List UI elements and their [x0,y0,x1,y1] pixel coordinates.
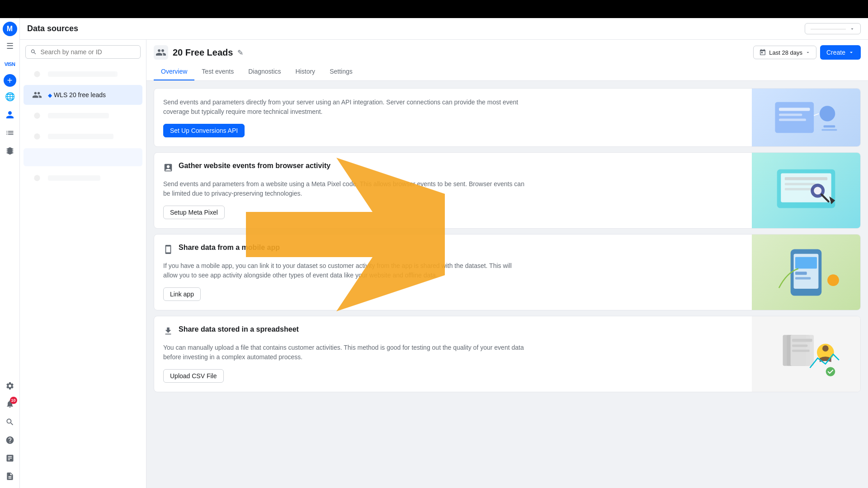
svg-rect-32 [792,349,810,352]
earth-icon[interactable]: 🌐 [2,89,18,105]
content-area: Send events and parameters directly from… [146,81,868,488]
top-bar [0,0,868,18]
mobile-card-icon [163,244,173,257]
svg-rect-15 [785,183,816,185]
spreadsheet-image [752,316,860,392]
svg-rect-23 [795,257,817,268]
mobile-desc: If you have a mobile app, you can link i… [163,261,525,280]
chart-icon[interactable] [2,125,18,141]
create-button[interactable]: Create [820,45,861,60]
svg-line-11 [814,113,819,115]
svg-rect-4 [775,102,814,133]
sidebar-item-ghost-1 [24,64,142,84]
svg-rect-31 [792,344,807,347]
icon-rail: M ☰ VISN + 🌐 10 [0,18,20,488]
search-icon [30,48,37,56]
svg-point-0 [34,71,40,77]
mobile-card-title: Share data from a mobile app [179,244,280,252]
tab-diagnostics[interactable]: Diagnostics [241,63,288,80]
svg-point-34 [822,345,829,352]
search-bottom-icon[interactable] [2,414,18,430]
header-right: —————— [805,23,861,34]
svg-point-18 [814,187,821,194]
calendar-icon [759,49,766,56]
svg-rect-24 [795,272,807,275]
api-image [752,89,860,146]
wls-label: ◆ WLS 20 free leads [48,91,106,99]
sidebar-active-placeholder [24,148,142,166]
analytics-icon[interactable] [2,450,18,466]
chevron-down-icon [849,26,855,32]
svg-point-2 [34,133,40,139]
dropdown-value: —————— [811,25,846,32]
sidebar: ◆ WLS 20 free leads [20,40,146,488]
api-card: Send events and parameters directly from… [154,88,861,147]
svg-point-26 [827,274,839,286]
tab-test-events[interactable]: Test events [194,63,241,80]
page-title: Data sources [27,24,78,33]
api-desc: Send events and parameters directly from… [163,98,525,117]
last-28-button[interactable]: Last 28 days [753,46,816,59]
pixel-card: Gather website events from browser activ… [154,152,861,229]
dataset-icon [154,45,168,60]
tab-settings[interactable]: Settings [322,63,360,80]
svg-rect-5 [779,108,810,111]
ghost-icon-2 [31,109,43,122]
dataset-header: 20 Free Leads ✎ Last 28 days Create [146,40,868,81]
mobile-image [752,235,860,310]
sidebar-item-ghost-4 [24,168,142,188]
spreadsheet-card-icon [163,326,173,338]
link-app-button[interactable]: Link app [163,287,201,301]
ghost-icon-1 [31,68,43,80]
person-icon[interactable] [2,107,18,123]
sidebar-item-ghost-3 [24,127,142,146]
sidebar-search[interactable] [25,45,141,59]
data-section: 20 Free Leads ✎ Last 28 days Create [146,40,868,488]
notification-icon[interactable]: 10 [2,396,18,412]
svg-rect-30 [792,338,812,342]
date-chevron-icon [805,50,811,55]
setup-api-button[interactable]: Set Up Conversions API [163,124,245,137]
svg-point-3 [34,175,40,181]
pixel-image [752,153,860,228]
page-header: Data sources —————— [20,18,868,40]
upload-csv-button[interactable]: Upload CSV File [163,369,224,383]
create-chevron-icon [848,49,854,56]
spreadsheet-card-title: Share data stored in a spreadsheet [179,325,299,333]
settings-icon[interactable] [2,378,18,394]
mobile-card: Share data from a mobile app If you have… [154,234,861,310]
sidebar-item-wls[interactable]: ◆ WLS 20 free leads [24,85,142,105]
svg-point-1 [34,113,40,118]
pixel-card-icon [163,163,173,175]
date-range-label: Last 28 days [769,49,802,56]
setup-pixel-button[interactable]: Setup Meta Pixel [163,206,225,219]
dataset-title: 20 Free Leads [173,47,233,58]
spreadsheet-desc: You can manually upload a file that cont… [163,343,525,362]
visn-logo: VISN [2,56,18,72]
svg-rect-10 [821,129,837,131]
search-input[interactable] [40,48,136,56]
help-icon[interactable] [2,432,18,448]
layers-icon[interactable] [2,143,18,159]
svg-rect-6 [779,113,802,116]
header-dropdown[interactable]: —————— [805,23,861,34]
tab-overview[interactable]: Overview [154,63,194,80]
wls-icon [31,89,43,101]
meta-logo-icon[interactable]: M [3,22,17,36]
svg-rect-9 [824,125,835,127]
ghost-icon-4 [31,172,43,184]
tab-history[interactable]: History [288,63,323,80]
pixel-card-title: Gather website events from browser activ… [179,162,330,170]
sidebar-item-ghost-2 [24,106,142,126]
pixel-desc: Send events and parameters from a websit… [163,179,525,198]
report-icon[interactable] [2,468,18,484]
menu-icon[interactable]: ☰ [2,38,18,54]
ghost-icon-3 [31,130,43,143]
edit-icon[interactable]: ✎ [237,48,243,57]
tabs: Overview Test events Diagnostics History… [154,63,861,80]
svg-rect-25 [795,277,811,279]
svg-rect-7 [779,119,806,121]
spreadsheet-card: Share data stored in a spreadsheet You c… [154,316,861,392]
add-icon[interactable]: + [4,74,16,87]
svg-point-35 [826,367,835,376]
